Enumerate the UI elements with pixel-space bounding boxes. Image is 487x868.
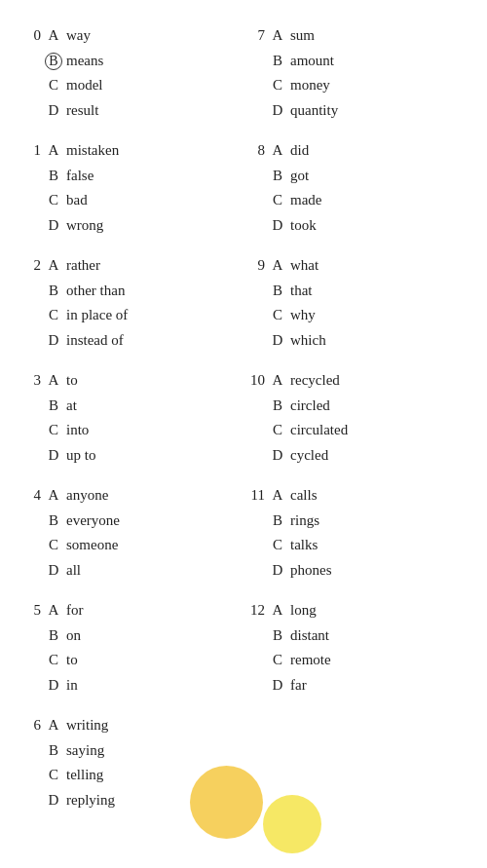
option-text: into <box>66 418 89 443</box>
option-letter: B <box>269 509 286 534</box>
option-row: Dresult <box>19 98 244 124</box>
question-block: 5AforBonCtoDin <box>19 598 244 698</box>
option-text: mistaken <box>66 138 119 164</box>
option-text: way <box>66 23 91 49</box>
option-letter: D <box>45 328 62 354</box>
option-text: cycled <box>290 443 328 469</box>
option-text: what <box>290 253 318 279</box>
question-number: 6 <box>19 713 41 738</box>
option-row: Din <box>19 673 244 698</box>
option-row: Cbad <box>19 188 244 213</box>
option-letter: D <box>269 558 286 584</box>
option-row: Bamount <box>244 49 468 74</box>
question-number: 8 <box>244 138 265 164</box>
option-letter: C <box>269 303 286 328</box>
option-letter: A <box>45 483 62 509</box>
question-block: 12AlongBdistantCremoteDfar <box>244 598 468 698</box>
option-row: Dall <box>19 558 244 584</box>
option-row: Cinto <box>19 418 244 443</box>
option-row: 1Amistaken <box>19 138 244 164</box>
option-text: false <box>66 164 94 189</box>
option-letter: A <box>45 713 62 738</box>
option-text: writing <box>66 713 108 738</box>
option-letter: B <box>45 394 62 419</box>
option-text: up to <box>66 443 95 469</box>
option-row: Ctalks <box>244 533 468 558</box>
option-text: wrong <box>66 213 103 239</box>
option-row: Dup to <box>19 443 244 469</box>
option-letter: C <box>45 188 62 213</box>
option-text: to <box>66 368 78 394</box>
option-letter: D <box>45 558 62 584</box>
option-letter: D <box>269 443 286 469</box>
option-letter: C <box>269 648 286 673</box>
option-text: calls <box>290 483 318 509</box>
option-row: Dphones <box>244 558 468 584</box>
option-text: telling <box>66 763 103 788</box>
option-text: recycled <box>290 368 340 394</box>
question-block: 7AsumBamountCmoneyDquantity <box>244 23 468 123</box>
option-row: Bfalse <box>19 164 244 189</box>
option-row: Csomeone <box>19 533 244 558</box>
question-block: 0AwayBmeansCmodelDresult <box>19 23 244 123</box>
option-letter: D <box>45 443 62 469</box>
option-letter: B <box>269 279 286 304</box>
option-letter: A <box>269 23 286 49</box>
option-row: Dwrong <box>19 213 244 239</box>
option-letter: A <box>45 368 62 394</box>
question-block: 8AdidBgotCmadeDtook <box>244 138 468 238</box>
option-letter-circled: B <box>45 53 62 70</box>
question-block: 4AanyoneBeveryoneCsomeoneDall <box>19 483 244 583</box>
option-letter: C <box>269 418 286 443</box>
option-letter: B <box>45 279 62 304</box>
option-text: talks <box>290 533 318 558</box>
option-letter: A <box>45 138 62 164</box>
option-text: in <box>66 673 78 698</box>
question-block: 10ArecycledBcircledCcirculatedDcycled <box>244 368 468 468</box>
option-text: quantity <box>290 98 338 124</box>
option-text: everyone <box>66 509 120 534</box>
option-text: money <box>290 73 330 98</box>
question-number: 12 <box>244 598 265 623</box>
option-row: Cto <box>19 648 244 673</box>
question-number: 11 <box>244 483 265 509</box>
option-text: replying <box>66 788 115 813</box>
option-text: took <box>290 213 317 239</box>
decorative-circle-yellow <box>263 795 321 853</box>
option-row: Beveryone <box>19 509 244 534</box>
option-letter: C <box>45 73 62 98</box>
option-text: which <box>290 328 326 354</box>
option-text: rather <box>66 253 100 279</box>
option-text: phones <box>290 558 332 584</box>
option-row: Dwhich <box>244 328 468 354</box>
option-letter: A <box>269 483 286 509</box>
option-text: got <box>290 164 309 189</box>
option-text: other than <box>66 279 125 304</box>
option-row: Cmade <box>244 188 468 213</box>
option-text: sum <box>290 23 315 49</box>
option-letter: D <box>269 673 286 698</box>
question-number: 2 <box>19 253 41 279</box>
question-number: 7 <box>244 23 265 49</box>
option-text: circled <box>290 394 330 419</box>
option-letter: C <box>45 763 62 788</box>
option-letter: A <box>269 253 286 279</box>
question-number: 0 <box>19 23 41 49</box>
question-block: 3AtoBatCintoDup to <box>19 368 244 468</box>
option-letter: A <box>45 23 62 49</box>
option-row: Cwhy <box>244 303 468 328</box>
option-text: in place of <box>66 303 128 328</box>
question-number: 10 <box>244 368 265 394</box>
option-row: Dfar <box>244 673 468 698</box>
option-row: Bother than <box>19 279 244 304</box>
option-row: 3Ato <box>19 368 244 394</box>
option-text: bad <box>66 188 88 213</box>
option-letter: D <box>45 98 62 124</box>
option-text: for <box>66 598 84 623</box>
question-number: 1 <box>19 138 41 164</box>
option-text: far <box>290 673 307 698</box>
option-letter: C <box>269 188 286 213</box>
option-text: that <box>290 279 313 304</box>
option-row: 12Along <box>244 598 468 623</box>
question-block: 1AmistakenBfalseCbadDwrong <box>19 138 244 238</box>
